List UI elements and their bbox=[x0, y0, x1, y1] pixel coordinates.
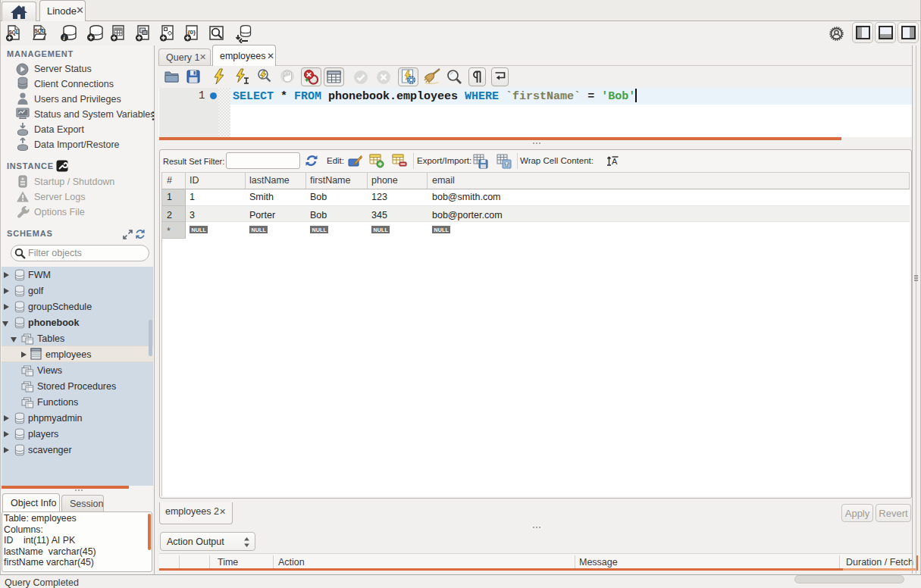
svg-text:{0}: {0} bbox=[188, 29, 196, 36]
svg-text:SQL: SQL bbox=[9, 30, 19, 36]
svg-text:SQL: SQL bbox=[35, 28, 45, 34]
svg-text:A: A bbox=[612, 157, 618, 166]
